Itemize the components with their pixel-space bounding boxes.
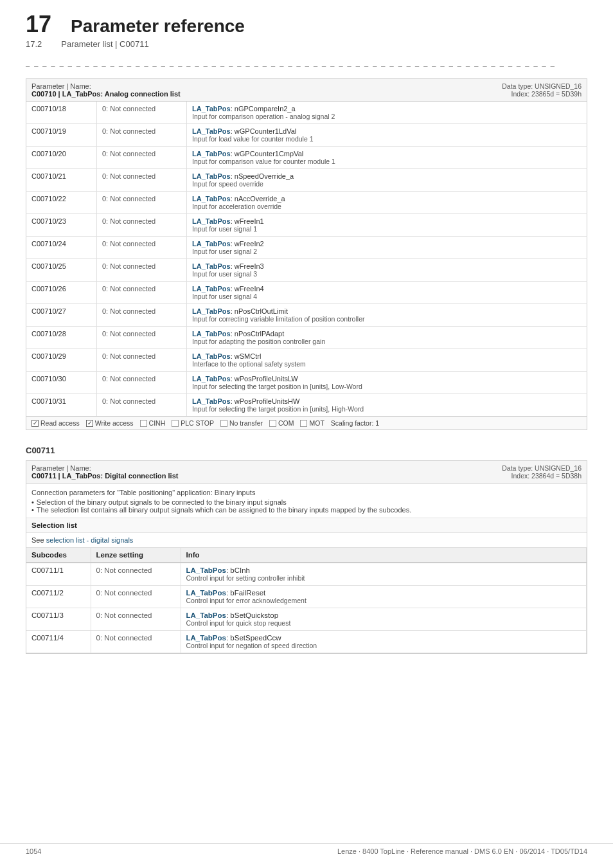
signal-name: wPosProfileUnitsLW — [235, 375, 298, 383]
setting-cell: 0: Not connected — [97, 147, 187, 169]
c00711-info-content: Connection parameters for "Table positio… — [26, 484, 587, 518]
info-cell: LA_TabPos: bSetSpeedCcw Control input fo… — [181, 631, 587, 653]
signal-name: wPosProfileUnitsHW — [235, 397, 299, 405]
setting-cell: 0: Not connected — [97, 349, 187, 372]
subchapter-title: Parameter list | C00711 — [61, 39, 148, 49]
signal-name: wSMCtrl — [235, 352, 262, 360]
signal-desc: Input for comparison operation - analog … — [192, 113, 582, 120]
signal-link[interactable]: LA_TabPos — [192, 397, 231, 405]
subcode-cell: C00710/26 — [26, 282, 97, 304]
signal-name: nPosCtrlPAdapt — [235, 330, 284, 338]
signal-link[interactable]: LA_TabPos — [186, 589, 226, 597]
signal-name: bFailReset — [230, 589, 265, 597]
selection-list-link-row: See selection list - digital signals — [26, 533, 587, 548]
subcode-cell: C00710/24 — [26, 237, 97, 259]
signal-link[interactable]: LA_TabPos — [192, 240, 231, 248]
cinh-checkbox — [140, 420, 147, 427]
chapter-number: 17 — [26, 13, 51, 36]
footer-mot: MOT — [300, 419, 324, 427]
signal-desc: Input for user signal 3 — [192, 270, 582, 278]
signal-link[interactable]: LA_TabPos — [192, 352, 231, 360]
table-row: C00710/22 0: Not connected LA_TabPos: nA… — [26, 192, 587, 214]
table-row: C00711/1 0: Not connected LA_TabPos: bCI… — [26, 563, 587, 586]
signal-name: wFreeIn3 — [235, 262, 264, 270]
table-row: C00710/31 0: Not connected LA_TabPos: wP… — [26, 394, 587, 417]
selection-list-header: Selection list — [26, 518, 587, 533]
signal-name: bSetQuickstop — [230, 611, 278, 619]
signal-link[interactable]: LA_TabPos — [186, 634, 226, 642]
signal-link[interactable]: LA_TabPos — [186, 611, 226, 619]
signal-link[interactable]: LA_TabPos — [192, 127, 231, 135]
selection-list-link[interactable]: selection list - digital signals — [46, 536, 134, 544]
setting-cell: 0: Not connected — [97, 237, 187, 259]
signal-desc: Input for user signal 4 — [192, 293, 582, 300]
subcode-cell: C00710/19 — [26, 124, 97, 147]
c00710-table-header: Parameter | Name: C00710 | LA_TabPos: An… — [26, 79, 587, 102]
signal-desc: Control input for negation of speed dire… — [186, 642, 582, 649]
c00710-param-name: C00710 | LA_TabPos: Analog connection li… — [31, 90, 181, 98]
subcode-cell: C00710/20 — [26, 147, 97, 169]
mot-checkbox — [300, 420, 307, 427]
info-cell: LA_TabPos: nAccOverride_a Input for acce… — [187, 192, 587, 214]
selection-list-prefix: See — [31, 536, 46, 544]
signal-name: wFreeIn2 — [235, 240, 264, 248]
info-cell: LA_TabPos: nSpeedOverride_a Input for sp… — [187, 169, 587, 192]
setting-cell: 0: Not connected — [97, 214, 187, 237]
table-row: C00710/19 0: Not connected LA_TabPos: wG… — [26, 124, 587, 147]
subcode-cell: C00710/25 — [26, 259, 97, 282]
signal-desc: Input for speed override — [192, 180, 582, 188]
table-row: C00710/28 0: Not connected LA_TabPos: nP… — [26, 327, 587, 349]
footer-com: COM — [269, 419, 294, 427]
signal-link[interactable]: LA_TabPos — [192, 330, 231, 338]
signal-link[interactable]: LA_TabPos — [192, 285, 231, 293]
table-row: C00710/29 0: Not connected LA_TabPos: wS… — [26, 349, 587, 372]
c00711-table-header: Parameter | Name: C00711 | LA_TabPos: Di… — [26, 461, 587, 484]
c00711-data-type: Data type: UNSIGNED_16 — [502, 464, 582, 472]
c00711-label: C00711 — [26, 446, 587, 455]
table-row: C00711/2 0: Not connected LA_TabPos: bFa… — [26, 586, 587, 608]
subcode-cell: C00710/30 — [26, 372, 97, 394]
setting-cell: 0: Not connected — [91, 563, 181, 586]
signal-desc: Input for selecting the target position … — [192, 383, 582, 390]
info-cell: LA_TabPos: wGPCounter1LdVal Input for lo… — [187, 124, 587, 147]
subcode-cell: C00710/28 — [26, 327, 97, 349]
subcode-cell: C00711/2 — [26, 586, 91, 608]
signal-desc: Input for acceleration override — [192, 203, 582, 210]
setting-cell: 0: Not connected — [97, 124, 187, 147]
table-row: C00711/3 0: Not connected LA_TabPos: bSe… — [26, 608, 587, 631]
setting-cell: 0: Not connected — [91, 608, 181, 631]
signal-link[interactable]: LA_TabPos — [192, 105, 231, 113]
subchapter-number: 17.2 — [26, 39, 42, 49]
setting-cell: 0: Not connected — [91, 631, 181, 653]
info-cell: LA_TabPos: nPosCtrlPAdapt Input for adap… — [187, 327, 587, 349]
footer-write-access: Write access — [86, 419, 134, 427]
c00711-index: Index: 23864d = 5D38h — [511, 472, 582, 480]
setting-cell: 0: Not connected — [97, 259, 187, 282]
subcodes-col-header: Subcodes — [26, 548, 91, 563]
page-footer: 1054 Lenze · 8400 TopLine · Reference ma… — [0, 843, 613, 855]
signal-link[interactable]: LA_TabPos — [192, 195, 231, 203]
signal-desc: Interface to the optional safety system — [192, 360, 582, 368]
setting-cell: 0: Not connected — [97, 169, 187, 192]
no-transfer-checkbox — [220, 420, 227, 427]
c00711-subcodes-table: SubcodesLenze settingInfo C00711/1 0: No… — [26, 548, 587, 653]
signal-link[interactable]: LA_TabPos — [192, 307, 231, 315]
signal-desc: Control input for error acknowledgement — [186, 597, 582, 604]
signal-link[interactable]: LA_TabPos — [192, 172, 231, 180]
subchapter: 17.2 Parameter list | C00711 — [26, 39, 587, 49]
signal-link[interactable]: LA_TabPos — [192, 375, 231, 383]
c00710-data-type: Data type: UNSIGNED_16 — [502, 82, 582, 90]
subcodes-col-header: Info — [181, 548, 587, 563]
info-cell: LA_TabPos: nGPCompareIn2_a Input for com… — [187, 102, 587, 124]
setting-cell: 0: Not connected — [97, 282, 187, 304]
subcode-cell: C00711/3 — [26, 608, 91, 631]
setting-cell: 0: Not connected — [97, 192, 187, 214]
signal-link[interactable]: LA_TabPos — [192, 262, 231, 270]
write-access-checkbox — [86, 420, 93, 427]
signal-link[interactable]: LA_TabPos — [186, 566, 226, 574]
info-cell: LA_TabPos: bFailReset Control input for … — [181, 586, 587, 608]
signal-link[interactable]: LA_TabPos — [192, 150, 231, 158]
c00711-section: Parameter | Name: C00711 | LA_TabPos: Di… — [26, 460, 587, 654]
signal-link[interactable]: LA_TabPos — [192, 217, 231, 225]
subcode-cell: C00710/27 — [26, 304, 97, 327]
